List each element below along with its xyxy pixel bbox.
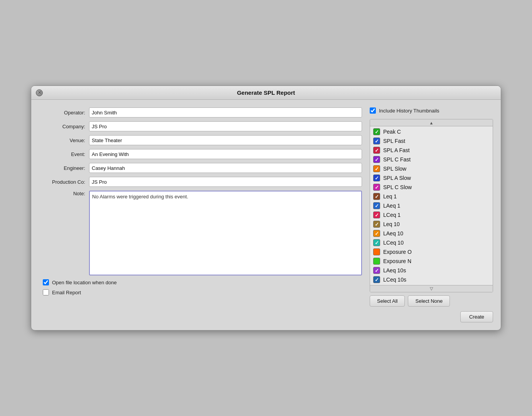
list-item-label: LAeq 10 <box>383 230 403 237</box>
color-checkbox-2[interactable]: ✓ <box>373 147 380 154</box>
list-item[interactable]: ✓Peak C <box>370 127 493 136</box>
list-item[interactable]: ✓LAeq 10s <box>370 266 493 275</box>
include-thumbnails-row: Include History Thumbnails <box>370 107 493 114</box>
color-checkbox-5[interactable]: ✓ <box>373 174 380 181</box>
color-checkbox-14[interactable] <box>373 258 380 265</box>
list-item[interactable]: ✓SPL Slow <box>370 164 493 173</box>
color-checkbox-10[interactable]: ✓ <box>373 221 380 228</box>
color-checkbox-13[interactable] <box>373 248 380 255</box>
email-report-row: Email Report <box>39 289 362 295</box>
event-label: Event: <box>39 151 89 157</box>
color-checkbox-15[interactable]: ✓ <box>373 267 380 274</box>
note-row: Note: No Alarms were triggered during th… <box>39 191 362 275</box>
open-file-label: Open file location when done <box>52 280 117 285</box>
list-item-label: Exposure O <box>383 249 412 255</box>
include-thumbnails-checkbox[interactable] <box>370 107 376 114</box>
select-all-button[interactable]: Select All <box>370 295 405 307</box>
window-title: Generate SPL Report <box>237 89 295 96</box>
scroll-up-arrow[interactable]: ▲ <box>370 119 493 126</box>
event-row: Event: <box>39 149 362 159</box>
list-item[interactable]: ✓LCeq 1 <box>370 210 493 220</box>
email-report-checkbox[interactable] <box>43 289 49 295</box>
spl-list[interactable]: ✓Peak C✓SPL Fast✓SPL A Fast✓SPL C Fast✓S… <box>370 126 493 285</box>
select-buttons-row: Select All Select None <box>370 295 493 307</box>
venue-input[interactable] <box>89 135 362 145</box>
list-item-label: Leq 10 <box>383 221 400 227</box>
company-row: Company: <box>39 121 362 131</box>
include-thumbnails-label: Include History Thumbnails <box>379 108 439 114</box>
operator-row: Operator: <box>39 107 362 117</box>
engineer-row: Engineer: <box>39 163 362 173</box>
list-item-label: LCeq 10s <box>383 277 406 283</box>
color-checkbox-11[interactable]: ✓ <box>373 230 380 237</box>
list-item[interactable]: Exposure N <box>370 257 493 266</box>
create-button-row: Create <box>370 311 493 322</box>
production-co-input[interactable] <box>89 177 362 187</box>
close-button[interactable]: ✕ <box>36 89 43 96</box>
scroll-down-arrow[interactable]: ▽ <box>370 285 493 292</box>
note-textarea[interactable]: No Alarms were triggered during this eve… <box>89 191 362 275</box>
color-checkbox-16[interactable]: ✓ <box>373 276 380 283</box>
list-item[interactable]: ✓Leq 1 <box>370 192 493 201</box>
list-item[interactable]: ✓LCeq 10s <box>370 275 493 284</box>
open-file-checkbox[interactable] <box>43 279 49 285</box>
create-button[interactable]: Create <box>460 311 493 322</box>
list-item-label: Exposure N <box>383 258 411 264</box>
color-checkbox-4[interactable]: ✓ <box>373 165 380 172</box>
list-item-label: SPL C Fast <box>383 156 411 163</box>
color-checkbox-6[interactable]: ✓ <box>373 184 380 191</box>
company-input[interactable] <box>89 121 362 131</box>
list-item-label: SPL Slow <box>383 166 406 172</box>
list-item-label: SPL Fast <box>383 138 405 144</box>
engineer-input[interactable] <box>89 163 362 173</box>
list-item[interactable]: Exposure O <box>370 247 493 257</box>
right-panel: Include History Thumbnails ▲ ✓Peak C✓SPL… <box>370 107 493 322</box>
spl-list-container: ▲ ✓Peak C✓SPL Fast✓SPL A Fast✓SPL C Fast… <box>370 119 493 292</box>
color-checkbox-1[interactable]: ✓ <box>373 138 380 144</box>
email-report-label: Email Report <box>52 290 81 295</box>
engineer-label: Engineer: <box>39 165 89 171</box>
venue-label: Venue: <box>39 138 89 143</box>
list-item[interactable]: ✓SPL A Fast <box>370 146 493 155</box>
venue-row: Venue: <box>39 135 362 145</box>
list-item-label: LAeq 1 <box>383 203 400 209</box>
open-file-row: Open file location when done <box>39 279 362 285</box>
color-checkbox-9[interactable]: ✓ <box>373 211 380 218</box>
list-item[interactable]: ✓LCeq 10 <box>370 238 493 247</box>
production-co-label: Production Co: <box>39 179 89 185</box>
color-checkbox-0[interactable]: ✓ <box>373 128 380 135</box>
list-item[interactable]: ✓LAeq 1 <box>370 201 493 210</box>
list-item[interactable]: ✓SPL Fast <box>370 136 493 146</box>
list-item-label: LCeq 1 <box>383 212 401 218</box>
company-label: Company: <box>39 124 89 129</box>
production-co-row: Production Co: <box>39 177 362 187</box>
list-item-label: Leq 1 <box>383 193 397 200</box>
list-item[interactable]: ✓SPL C Fast <box>370 155 493 164</box>
title-bar: ✕ Generate SPL Report <box>31 86 501 100</box>
left-panel: Operator: Company: Venue: Event: Enginee… <box>39 107 362 322</box>
color-checkbox-7[interactable]: ✓ <box>373 193 380 200</box>
list-item-label: Peak C <box>383 129 401 135</box>
list-item-label: SPL A Slow <box>383 175 411 181</box>
event-input[interactable] <box>89 149 362 159</box>
note-label: Note: <box>39 191 89 196</box>
main-window: ✕ Generate SPL Report Operator: Company:… <box>31 86 501 330</box>
list-item[interactable]: ✓LAeq 10 <box>370 229 493 238</box>
color-checkbox-12[interactable]: ✓ <box>373 239 380 246</box>
list-item-label: LCeq 10 <box>383 240 404 246</box>
list-item-label: SPL C Slow <box>383 184 412 190</box>
color-checkbox-3[interactable]: ✓ <box>373 156 380 163</box>
list-item-label: LAeq 10s <box>383 267 406 273</box>
select-none-button[interactable]: Select None <box>408 295 450 307</box>
list-item[interactable]: ✓SPL A Slow <box>370 173 493 183</box>
operator-input[interactable] <box>89 107 362 117</box>
content-area: Operator: Company: Venue: Event: Enginee… <box>31 100 501 330</box>
color-checkbox-8[interactable]: ✓ <box>373 202 380 209</box>
operator-label: Operator: <box>39 110 89 116</box>
list-item-label: SPL A Fast <box>383 147 410 153</box>
list-item[interactable]: ✓SPL C Slow <box>370 183 493 192</box>
list-item[interactable]: ✓Leq 10 <box>370 220 493 229</box>
